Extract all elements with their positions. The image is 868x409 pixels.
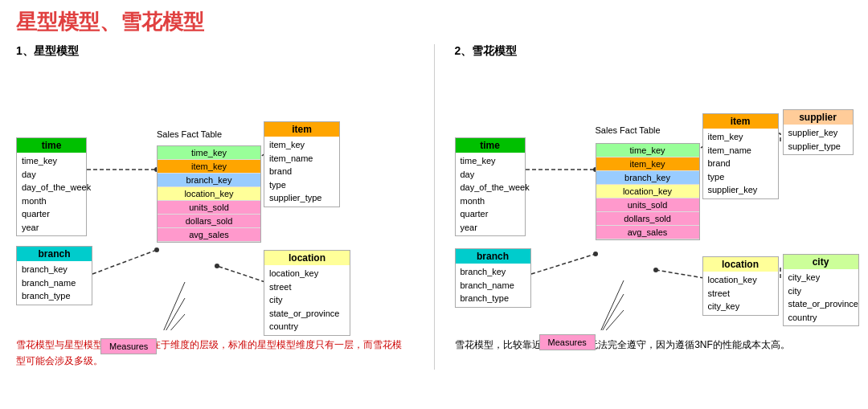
left-time-body: time_key day day_of_the_week month quart…: [17, 153, 86, 235]
left-fact-label: Sales Fact Table: [157, 129, 222, 139]
svg-line-3: [217, 266, 265, 282]
svg-line-2: [92, 250, 157, 274]
left-item-header: item: [264, 122, 339, 137]
svg-line-6: [157, 282, 185, 330]
svg-line-19: [596, 294, 624, 330]
left-item-body: item_key item_name brand type supplier_t…: [264, 137, 339, 207]
right-fact-table: time_key item_key branch_key location_ke…: [596, 143, 700, 240]
left-section: 1、星型模型: [16, 44, 414, 370]
right-location-table: location location_key street city_key: [702, 256, 779, 316]
right-branch-header: branch: [456, 249, 530, 264]
svg-line-5: [157, 298, 185, 330]
left-fact-row-4: location_key: [158, 187, 260, 201]
right-fact-row-2: item_key: [596, 157, 699, 171]
right-time-header: time: [456, 138, 525, 153]
section-divider: [434, 44, 435, 370]
right-city-table: city city_key city state_or_province cou…: [783, 254, 859, 326]
right-fact-row-7: avg_sales: [596, 226, 699, 239]
right-item-table: item item_key item_name brand type suppl…: [702, 113, 779, 199]
left-fact-row-7: avg_sales: [158, 228, 260, 242]
left-location-header: location: [264, 251, 350, 265]
right-section-title: 2、雪花模型: [455, 44, 853, 59]
svg-line-16: [656, 270, 704, 278]
right-branch-table: branch branch_key branch_name branch_typ…: [455, 248, 531, 308]
right-bottom-text: 雪花模型，比较靠近3NF，但是无法完全遵守，因为遵循3NF的性能成本太高。: [455, 337, 841, 353]
svg-point-9: [154, 247, 159, 252]
right-fact-row-3: branch_key: [596, 171, 699, 185]
svg-point-24: [653, 268, 658, 272]
left-fact-row-2: item_key: [158, 160, 260, 174]
right-item-header: item: [703, 114, 778, 129]
left-fact-table: time_key item_key branch_key location_ke…: [157, 145, 261, 243]
svg-point-10: [215, 264, 219, 268]
right-item-body: item_key item_name brand type supplier_k…: [703, 129, 778, 198]
svg-line-4: [157, 314, 185, 330]
left-fact-row-1: time_key: [158, 146, 260, 160]
left-diagram-area: time time_key day day_of_the_week month …: [16, 65, 414, 330]
right-diagram-area: time time_key day day_of_the_week month …: [455, 65, 853, 330]
page: 星型模型、雪花模型 1、星型模型: [0, 0, 868, 378]
right-city-header: city: [784, 255, 858, 269]
right-supplier-body: supplier_key supplier_type: [784, 125, 853, 154]
right-measures: Measures: [539, 334, 596, 350]
main-title: 星型模型、雪花模型: [16, 8, 852, 36]
right-location-header: location: [703, 257, 778, 272]
right-supplier-table: supplier supplier_key supplier_type: [783, 109, 854, 155]
svg-line-15: [531, 254, 596, 274]
left-branch-table: branch branch_key branch_name branch_typ…: [16, 246, 92, 305]
left-fact-row-6: dollars_sold: [158, 215, 260, 228]
left-branch-header: branch: [17, 247, 92, 261]
right-branch-body: branch_key branch_name branch_type: [456, 264, 530, 307]
left-location-table: location location_key street city state_…: [264, 250, 350, 336]
diagrams-row: 1、星型模型: [16, 44, 852, 370]
right-section: 2、雪花模型: [455, 44, 853, 370]
left-time-header: time: [17, 138, 86, 153]
right-supplier-header: supplier: [784, 110, 853, 125]
left-time-table: time time_key day day_of_the_week month …: [16, 137, 87, 236]
right-time-body: time_key day day_of_the_week month quart…: [456, 153, 525, 235]
left-fact-row-3: branch_key: [158, 174, 260, 187]
svg-line-18: [596, 310, 624, 330]
svg-point-23: [593, 252, 598, 256]
left-bottom-text: 雪花模型与星型模型的区别主要在于维度的层级，标准的星型模型维度只有一层，而雪花模…: [16, 337, 402, 370]
right-fact-label: Sales Fact Table: [596, 125, 661, 135]
svg-line-20: [596, 280, 624, 330]
left-branch-body: branch_key branch_name branch_type: [17, 261, 92, 305]
right-fact-row-1: time_key: [596, 144, 699, 157]
left-location-body: location_key street city state_or_provin…: [264, 265, 350, 335]
right-location-body: location_key street city_key: [703, 272, 778, 315]
left-item-table: item item_key item_name brand type suppl…: [264, 121, 340, 207]
left-section-title: 1、星型模型: [16, 44, 414, 59]
right-fact-row-4: location_key: [596, 185, 699, 198]
right-time-table: time time_key day day_of_the_week month …: [455, 137, 526, 236]
right-fact-row-6: dollars_sold: [596, 212, 699, 226]
left-measures: Measures: [100, 338, 157, 354]
right-city-body: city_key city state_or_province country: [784, 269, 858, 325]
left-fact-row-5: units_sold: [158, 201, 260, 215]
right-fact-row-5: units_sold: [596, 198, 699, 212]
